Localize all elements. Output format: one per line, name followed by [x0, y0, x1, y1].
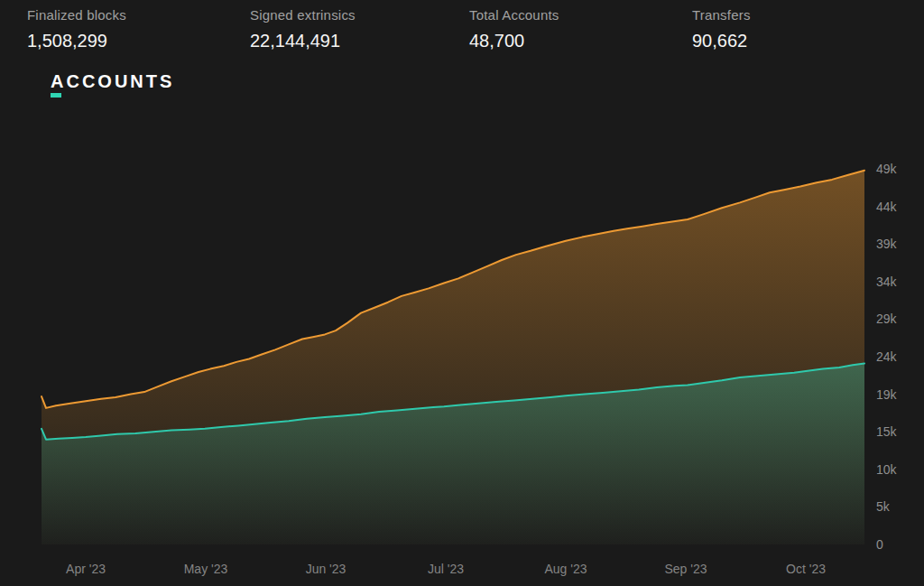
y-axis-label: 19k: [876, 387, 897, 402]
chart-canvas: [0, 0, 924, 586]
y-axis-label: 49k: [876, 162, 897, 176]
x-axis-label: Oct '23: [786, 562, 826, 576]
y-axis-label: 0: [876, 537, 883, 552]
x-axis-label: Jun '23: [306, 562, 346, 576]
accounts-chart[interactable]: [0, 0, 924, 586]
dashboard: Finalized blocks 1,508,299 Signed extrin…: [0, 0, 924, 586]
y-axis-label: 5k: [876, 499, 890, 514]
y-axis-label: 15k: [876, 424, 897, 439]
x-axis-label: Apr '23: [66, 562, 106, 576]
y-axis-label: 39k: [876, 237, 897, 251]
x-axis-label: Jul '23: [428, 562, 464, 576]
x-axis-label: Sep '23: [664, 562, 707, 576]
y-axis-label: 29k: [876, 312, 897, 326]
y-axis-label: 34k: [876, 274, 897, 289]
x-axis-label: Aug '23: [544, 562, 587, 576]
y-axis-label: 44k: [876, 200, 897, 214]
x-axis-label: May '23: [184, 562, 228, 576]
y-axis-label: 24k: [876, 349, 897, 364]
y-axis-label: 10k: [876, 462, 897, 477]
